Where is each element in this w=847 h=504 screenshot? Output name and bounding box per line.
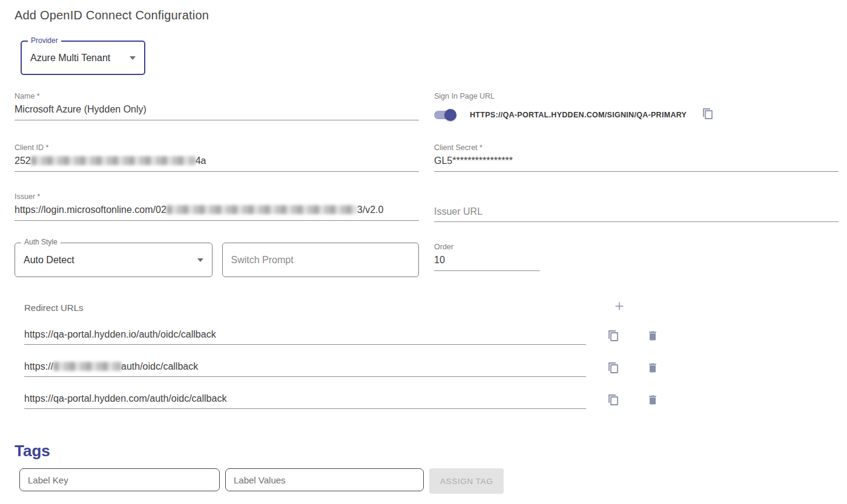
client-id-redacted-blur: [31, 156, 196, 165]
add-redirect-url-button[interactable]: [613, 299, 626, 315]
switch-prompt-input[interactable]: [231, 255, 410, 266]
client-id-prefix: 252: [15, 155, 31, 166]
copy-icon: [605, 329, 620, 345]
delete-redirect-url-button[interactable]: [647, 330, 659, 344]
order-label: Order: [434, 243, 839, 251]
client-id-field[interactable]: Client ID * 2524a: [15, 143, 419, 172]
client-id-suffix: 4a: [196, 155, 206, 166]
order-value[interactable]: 10: [434, 255, 540, 271]
redirect-url-row: https://qa-portal.hydden.com/auth/oidc/c…: [24, 393, 839, 409]
redirect-url-prefix: https://: [24, 361, 53, 371]
tags-heading: Tags: [15, 442, 839, 460]
redirect-url-row: https://auth/oidc/callback: [24, 361, 839, 377]
trash-icon: [647, 362, 659, 376]
tags-form: ASSIGN TAG: [19, 468, 839, 494]
copy-icon: [700, 106, 714, 123]
redirect-url-row: https://qa-portal.hydden.io/auth/oidc/ca…: [24, 329, 839, 345]
config-form: Name * Microsoft Azure (Hydden Only) Sig…: [15, 92, 839, 277]
issuer-label: Issuer *: [15, 192, 419, 201]
client-id-value[interactable]: 2524a: [15, 155, 419, 172]
client-secret-field[interactable]: Client Secret * GL5****************: [434, 143, 839, 172]
redirect-url-redacted-blur: [53, 362, 121, 371]
copy-sign-in-url-button[interactable]: [700, 106, 714, 123]
redirect-url-input[interactable]: https://qa-portal.hydden.io/auth/oidc/ca…: [24, 329, 586, 345]
name-label: Name *: [15, 92, 419, 100]
issuer-url-field: [434, 192, 839, 222]
chevron-down-icon: [130, 56, 136, 60]
issuer-field[interactable]: Issuer * https://login.microsoftonline.c…: [15, 192, 419, 222]
sign-in-url-toggle[interactable]: [434, 109, 455, 121]
auth-style-value: Auto Detect: [24, 255, 193, 266]
delete-redirect-url-button[interactable]: [647, 362, 659, 376]
sign-in-page-url-label: Sign In Page URL: [434, 92, 839, 100]
chevron-down-icon: [197, 258, 203, 262]
auth-style-row: Auth Style Auto Detect: [15, 243, 419, 277]
plus-icon: [613, 299, 626, 315]
toggle-thumb: [444, 109, 456, 121]
assign-tag-button[interactable]: ASSIGN TAG: [429, 468, 504, 494]
client-secret-value[interactable]: GL5****************: [434, 155, 839, 172]
copy-redirect-url-button[interactable]: [605, 329, 620, 345]
name-value[interactable]: Microsoft Azure (Hydden Only): [15, 104, 419, 120]
issuer-value[interactable]: https://login.microsoftonline.com/023/v2…: [15, 205, 419, 221]
auth-style-select[interactable]: Auth Style Auto Detect: [15, 243, 213, 277]
switch-prompt-box: [222, 243, 420, 277]
provider-value: Azure Multi Tenant: [30, 53, 125, 64]
redirect-url-suffix: auth/oidc/callback: [121, 361, 198, 371]
client-id-label: Client ID *: [15, 143, 419, 152]
issuer-prefix: https://login.microsoftonline.com/02: [15, 205, 166, 215]
copy-icon: [605, 361, 620, 377]
trash-icon: [647, 330, 659, 344]
auth-style-label: Auth Style: [21, 238, 61, 246]
trash-icon: [647, 394, 659, 408]
delete-redirect-url-button[interactable]: [647, 394, 659, 408]
copy-icon: [605, 393, 620, 409]
label-key-input[interactable]: [19, 468, 220, 491]
redirect-urls-label: Redirect URLs: [24, 303, 839, 313]
client-secret-label: Client Secret *: [434, 143, 839, 152]
openid-config-page: Add OpenID Connect Configuration Provide…: [0, 0, 847, 494]
issuer-redacted-blur: [166, 205, 357, 214]
sign-in-page-url-field: Sign In Page URL HTTPS://QA-PORTAL.HYDDE…: [434, 92, 839, 123]
name-field[interactable]: Name * Microsoft Azure (Hydden Only): [15, 92, 419, 123]
issuer-suffix: 3/v2.0: [357, 205, 384, 215]
redirect-urls-section: Redirect URLs https://qa-portal.hydden.i…: [15, 303, 839, 409]
sign-in-url-value: HTTPS://QA-PORTAL.HYDDEN.COM/SIGNIN/QA-P…: [470, 111, 687, 119]
redirect-url-input[interactable]: https://auth/oidc/callback: [24, 361, 586, 377]
order-field[interactable]: Order 10: [434, 243, 839, 277]
copy-redirect-url-button[interactable]: [605, 393, 620, 409]
issuer-url-input[interactable]: [434, 206, 839, 222]
label-values-input[interactable]: [225, 468, 424, 491]
page-title: Add OpenID Connect Configuration: [15, 8, 839, 22]
copy-redirect-url-button[interactable]: [605, 361, 620, 377]
redirect-url-input[interactable]: https://qa-portal.hydden.com/auth/oidc/c…: [24, 393, 586, 409]
provider-label: Provider: [28, 36, 61, 45]
provider-select[interactable]: Provider Azure Multi Tenant: [21, 41, 145, 75]
